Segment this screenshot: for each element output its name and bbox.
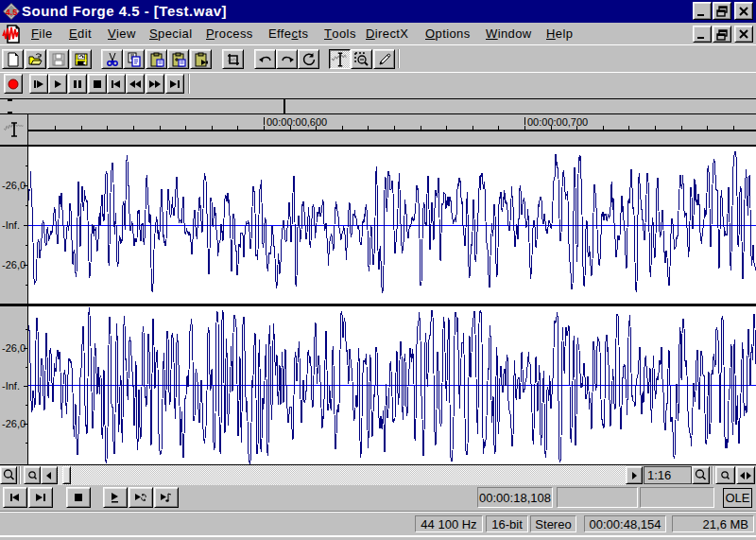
- svg-text:4.5: 4.5: [6, 8, 18, 17]
